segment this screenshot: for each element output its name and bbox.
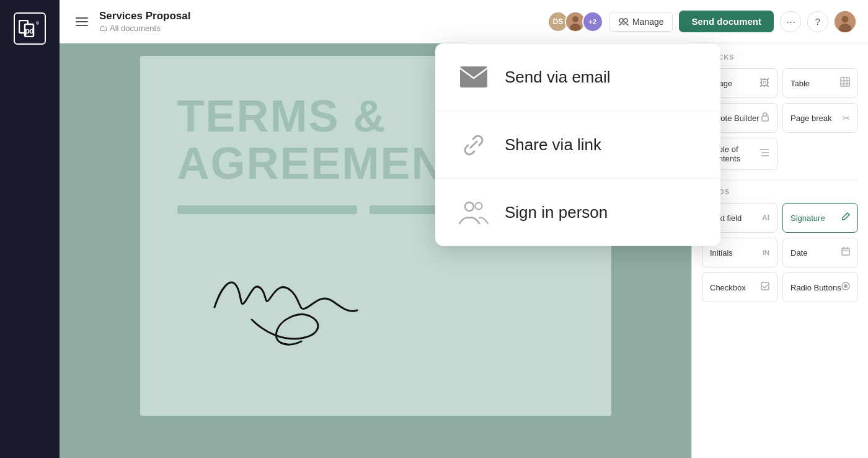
- doc-title: Services Proposal: [99, 10, 540, 22]
- header-right: DS +2 Manage Send documen: [547, 11, 856, 32]
- menu-button[interactable]: [72, 14, 92, 30]
- people-icon: [458, 196, 490, 228]
- link-icon: [458, 128, 490, 161]
- send-dropdown: Send via email Share via link: [435, 43, 720, 246]
- fields-label: FIELDS: [702, 188, 858, 195]
- radio-icon: [841, 282, 850, 293]
- main-area: Services Proposal 🗀 All documents DS +2: [60, 0, 868, 458]
- help-button[interactable]: ?: [807, 11, 828, 32]
- in-icon: IN: [763, 249, 769, 256]
- logo[interactable]: pd ®: [14, 12, 46, 45]
- svg-point-29: [465, 202, 474, 211]
- image-icon: 🖼: [760, 78, 769, 89]
- doc-info: Services Proposal 🗀 All documents: [99, 10, 540, 33]
- svg-rect-28: [460, 66, 487, 88]
- doc-line-1: [177, 205, 357, 214]
- manage-button[interactable]: Manage: [609, 12, 673, 32]
- svg-text:pd: pd: [25, 26, 34, 35]
- svg-point-10: [842, 16, 849, 22]
- manage-icon: [619, 18, 629, 25]
- more-options-button[interactable]: ⋯: [780, 11, 801, 32]
- share-link-option[interactable]: Share via link: [435, 111, 720, 179]
- logo-area: pd ®: [0, 0, 60, 458]
- panel-item-checkbox[interactable]: Checkbox: [702, 272, 777, 302]
- folder-icon: 🗀: [99, 24, 107, 33]
- svg-point-5: [572, 16, 578, 22]
- send-document-button[interactable]: Send document: [679, 11, 774, 32]
- calendar-icon: [841, 247, 850, 258]
- header: Services Proposal 🗀 All documents DS +2: [60, 0, 868, 43]
- checkbox-icon: [761, 282, 769, 293]
- email-icon: [458, 61, 490, 93]
- svg-rect-17: [762, 116, 768, 121]
- signature-svg: [202, 251, 376, 351]
- svg-point-30: [476, 203, 482, 210]
- user-avatar[interactable]: [835, 11, 856, 32]
- svg-rect-12: [841, 78, 849, 86]
- content-row: TERMS & AGREEMENT BLOCKS: [60, 43, 868, 458]
- blocks-grid: Image 🖼 Table: [702, 68, 858, 170]
- svg-rect-21: [842, 248, 849, 255]
- fields-grid: Text field AI Signature Initials IN: [702, 203, 858, 302]
- svg-text:®: ®: [36, 21, 40, 25]
- pen-icon: [841, 212, 850, 223]
- sign-in-person-option[interactable]: Sign in person: [435, 179, 720, 246]
- doc-breadcrumb[interactable]: 🗀 All documents: [99, 24, 540, 33]
- panel-item-signature[interactable]: Signature: [782, 203, 858, 233]
- svg-point-8: [624, 19, 627, 22]
- panel-item-page-break[interactable]: Page break ✂: [782, 103, 858, 133]
- blocks-label: BLOCKS: [702, 53, 858, 61]
- svg-point-27: [844, 284, 848, 288]
- table-icon: [840, 77, 850, 89]
- send-email-option[interactable]: Send via email: [435, 43, 720, 111]
- panel-item-date[interactable]: Date: [782, 238, 858, 267]
- avatar-group: DS +2: [547, 11, 603, 32]
- signature-area: [177, 251, 574, 353]
- avatar-count: +2: [582, 11, 603, 32]
- svg-point-7: [619, 19, 623, 22]
- scissors-icon: ✂: [842, 112, 850, 124]
- panel-item-table[interactable]: Table: [782, 68, 858, 98]
- list-icon: [760, 148, 769, 159]
- panel-divider: [702, 180, 858, 181]
- lock-icon: [761, 112, 769, 124]
- ai-icon: AI: [762, 213, 769, 222]
- panel-item-radio-buttons[interactable]: Radio Buttons: [782, 272, 858, 302]
